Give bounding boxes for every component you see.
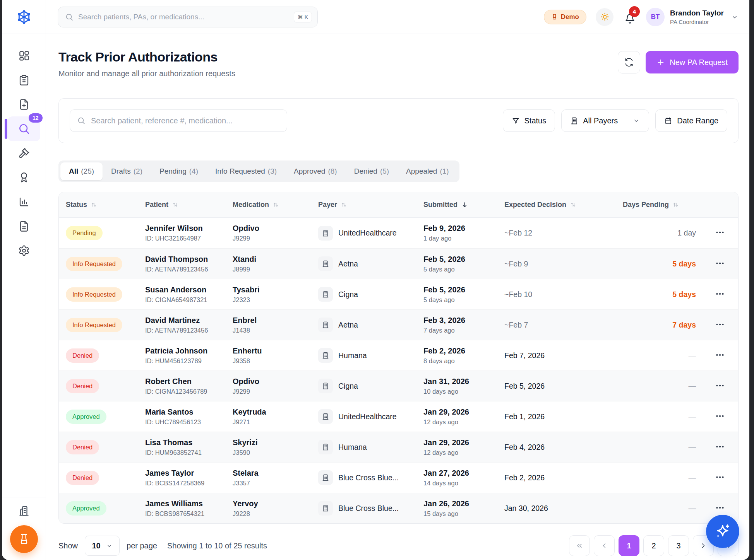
table-row[interactable]: Denied Lisa Thomas ID: HUM963852741 Skyr… [59,432,738,462]
payer-building-icon [318,348,333,363]
sort-icon [341,202,347,208]
tab-all[interactable]: All(25) [60,162,103,180]
table-search[interactable] [70,109,287,132]
column-payer[interactable]: Payer [318,201,423,209]
patient-name: James Taylor [145,469,233,478]
payer-name: Cigna [338,290,358,299]
tab-drafts[interactable]: Drafts(2) [103,162,151,180]
column-days-pending[interactable]: Days Pending [623,201,701,209]
building-icon [570,117,578,125]
medication-name: Stelara [233,469,318,478]
payer-filter-button[interactable]: All Payers [561,109,649,132]
medication-name: Enhertu [233,347,318,355]
row-actions-button[interactable] [712,286,728,303]
page-button-1[interactable]: 1 [619,535,639,556]
sort-desc-icon [461,201,468,208]
tab-denied[interactable]: Denied(5) [346,162,398,180]
first-page-button[interactable] [569,535,590,556]
status-badge: Approved [66,410,106,424]
row-actions-button[interactable] [712,500,728,517]
submitted-date: Jan 26, 2026 [423,499,504,508]
table-row[interactable]: Info Requested David Thompson ID: AETNA7… [59,248,738,279]
refresh-button[interactable] [618,51,640,73]
column-expected-decision[interactable]: Expected Decision [504,201,623,209]
notifications-button[interactable]: 4 [623,10,637,24]
ai-assistant-fab[interactable] [706,515,739,548]
table-row[interactable]: Info Requested David Martinez ID: AETNA7… [59,309,738,340]
row-actions-button[interactable] [712,347,728,364]
ellipsis-icon [715,289,725,299]
column-patient[interactable]: Patient [145,201,233,209]
patient-name: Patricia Johnson [145,347,233,355]
search-nav-icon [18,123,30,135]
pa-table: Status Patient Medication Payer Submitte… [58,192,739,524]
global-search-input[interactable] [74,13,294,21]
sidebar-item-appeals[interactable] [8,144,40,162]
sidebar-item-track[interactable]: 12 [8,116,40,141]
medication-code: J1438 [233,327,318,334]
organization-icon[interactable] [18,505,30,518]
theme-toggle-button[interactable] [596,8,613,26]
tab-label: Pending [159,167,187,176]
active-indicator [5,119,7,139]
row-actions-button[interactable] [712,255,728,273]
medication-name: Keytruda [233,408,318,417]
status-filter-button[interactable]: Status [503,109,555,132]
tab-pending[interactable]: Pending(4) [151,162,207,180]
spacer [293,109,496,132]
page-size-select[interactable]: 10 [85,536,120,556]
column-status[interactable]: Status [59,201,145,209]
sidebar-item-dashboard[interactable] [8,47,40,65]
row-actions-button[interactable] [712,408,728,425]
table-row[interactable]: Denied James Taylor ID: BCBS147258369 St… [59,462,738,493]
table-row[interactable]: Denied Patricia Johnson ID: HUM456123789… [59,340,738,370]
sidebar-item-analytics[interactable] [8,193,40,211]
sidebar-item-approvals[interactable] [8,169,40,186]
tab-info-requested[interactable]: Info Requested(3) [207,162,285,180]
table-header: Status Patient Medication Payer Submitte… [59,192,738,218]
submitted-date: Jan 29, 2026 [423,408,504,417]
submitted-date: Jan 29, 2026 [423,438,504,447]
tab-label: Drafts [111,167,131,176]
app-logo[interactable] [2,0,46,34]
patient-name: James Williams [145,499,233,508]
table-search-input[interactable] [86,116,280,125]
row-actions-button[interactable] [712,439,728,456]
table-row[interactable]: Approved Maria Santos ID: UHC789456123 K… [59,401,738,432]
sidebar-item-settings[interactable] [8,242,40,260]
column-submitted[interactable]: Submitted [423,201,504,209]
new-pa-request-button[interactable]: New PA Request [646,51,739,73]
sidebar-item-requests[interactable] [8,71,40,89]
sidebar-item-new-request[interactable] [8,96,40,113]
user-profile-menu[interactable]: BT Brandon Taylor PA Coordinator [646,8,739,26]
table-row[interactable]: Info Requested Susan Anderson ID: CIGNA6… [59,279,738,309]
demo-mode-badge[interactable]: Demo [544,10,586,24]
row-actions-button[interactable] [712,224,728,242]
table-row[interactable]: Approved James Williams ID: BCBS98765432… [59,493,738,523]
column-medication[interactable]: Medication [233,201,318,209]
desktop-background: { "colors": { "accent_purple": "#a855f7"… [0,0,754,560]
payer-building-icon [318,501,333,516]
status-badge: Info Requested [66,318,122,332]
prev-page-button[interactable] [594,535,615,556]
track-count-badge: 12 [29,113,43,123]
payer-name: Aetna [338,260,358,268]
expected-decision: Feb 5, 2026 [504,382,545,390]
tab-appealed[interactable]: Appealed(1) [398,162,458,180]
demo-lab-fab[interactable] [10,525,38,553]
date-range-button[interactable]: Date Range [655,109,727,132]
tab-approved[interactable]: Approved(8) [285,162,346,180]
row-actions-button[interactable] [712,377,728,395]
sidebar-item-documents[interactable] [8,217,40,235]
global-search[interactable]: ⌘ K [58,7,318,27]
table-row[interactable]: Pending Jennifer Wilson ID: UHC321654987… [59,218,738,248]
submitted-ago: 7 days ago [423,327,504,334]
row-actions-button[interactable] [712,316,728,334]
row-actions-button[interactable] [712,469,728,487]
days-pending: 1 day [677,229,696,237]
page-button-2[interactable]: 2 [643,535,664,556]
status-badge: Denied [66,348,99,363]
table-row[interactable]: Denied Robert Chen ID: CIGNA123456789 Op… [59,370,738,401]
page-button-3[interactable]: 3 [668,535,689,556]
results-summary: Showing 1 to 10 of 25 results [167,541,267,550]
